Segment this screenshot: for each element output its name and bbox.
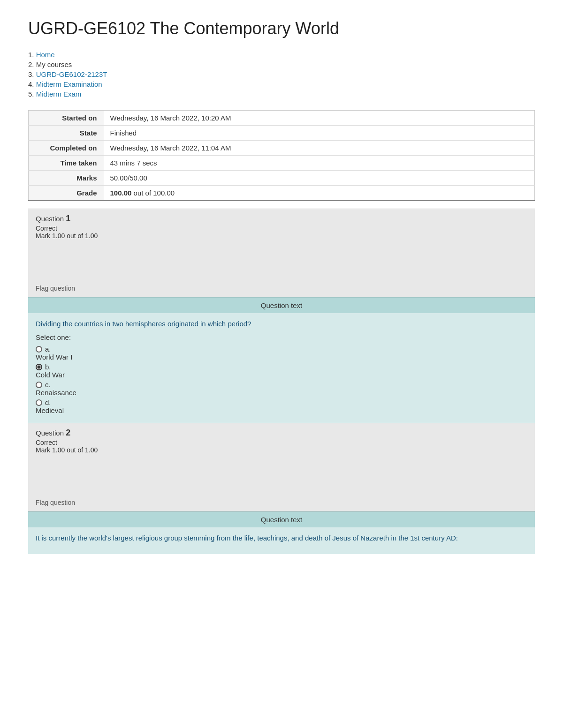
breadcrumb-link-1[interactable]: Home [36, 51, 55, 59]
question-mark-2: Mark 1.00 out of 1.00 [36, 446, 527, 454]
questions-container: Question 1CorrectMark 1.00 out of 1.00Fl… [28, 209, 535, 554]
breadcrumb-text-2: My courses [36, 60, 72, 68]
question-prompt-1: Dividing the countries in two hemisphere… [36, 320, 527, 328]
flag-question-1[interactable]: Flag question [28, 282, 535, 297]
question-spacer-1 [28, 244, 535, 282]
option-row-1-1[interactable]: a. [36, 345, 527, 353]
option-group-1-1: a.World War I [36, 345, 527, 361]
info-row-grade: Grade 100.00 out of 100.00 [29, 186, 535, 201]
option-row-1-4[interactable]: d. [36, 398, 527, 406]
question-number-1: Question 1 [36, 214, 527, 224]
option-row-1-2[interactable]: b. [36, 363, 527, 371]
info-row-time: Time taken 43 mins 7 secs [29, 156, 535, 171]
question-mark-1: Mark 1.00 out of 1.00 [36, 232, 527, 240]
option-group-1-2: b.Cold War [36, 363, 527, 379]
info-row-state: State Finished [29, 126, 535, 141]
option-letter-1-2: b. [45, 363, 51, 371]
question-number-2: Question 2 [36, 428, 527, 438]
radio-1-2[interactable] [36, 364, 42, 370]
question-header-2: Question 2CorrectMark 1.00 out of 1.00 [28, 423, 535, 458]
option-group-1-3: c.Renaissance [36, 381, 527, 397]
info-table: Started on Wednesday, 16 March 2022, 10:… [28, 110, 535, 201]
page-title: UGRD-GE6102 The Contemporary World [28, 19, 535, 38]
question-body-1: Dividing the countries in two hemisphere… [28, 313, 535, 423]
question-status-1: Correct [36, 225, 527, 232]
flag-question-2[interactable]: Flag question [28, 496, 535, 511]
option-letter-1-3: c. [45, 381, 51, 389]
breadcrumb-link-3[interactable]: UGRD-GE6102-2123T [36, 70, 107, 78]
breadcrumb-link-4[interactable]: Midterm Examination [36, 80, 102, 88]
info-row-marks: Marks 50.00/50.00 [29, 171, 535, 186]
option-group-1-4: d.Medieval [36, 398, 527, 414]
info-row-started: Started on Wednesday, 16 March 2022, 10:… [29, 111, 535, 126]
option-text-1-4: Medieval [36, 406, 64, 414]
question-spacer-2 [28, 458, 535, 496]
radio-1-4[interactable] [36, 399, 42, 406]
question-prompt-2: It is currently the world's largest reli… [36, 534, 527, 542]
option-letter-1-1: a. [45, 345, 51, 353]
breadcrumb: HomeMy coursesUGRD-GE6102-2123TMidterm E… [28, 50, 535, 99]
option-text-1-3: Renaissance [36, 389, 76, 397]
question-status-2: Correct [36, 439, 527, 446]
option-letter-1-4: d. [45, 398, 51, 406]
info-row-completed: Completed on Wednesday, 16 March 2022, 1… [29, 141, 535, 156]
question-header-1: Question 1CorrectMark 1.00 out of 1.00 [28, 209, 535, 244]
radio-1-1[interactable] [36, 346, 42, 353]
radio-1-3[interactable] [36, 382, 42, 388]
question-text-header-2: Question text [28, 511, 535, 527]
question-text-header-1: Question text [28, 297, 535, 313]
option-row-1-3[interactable]: c. [36, 381, 527, 389]
breadcrumb-link-5[interactable]: Midterm Exam [36, 90, 82, 98]
question-body-2: It is currently the world's largest reli… [28, 527, 535, 554]
option-text-1-1: World War I [36, 353, 72, 361]
option-text-1-2: Cold War [36, 371, 65, 379]
select-label-1: Select one: [36, 333, 527, 341]
